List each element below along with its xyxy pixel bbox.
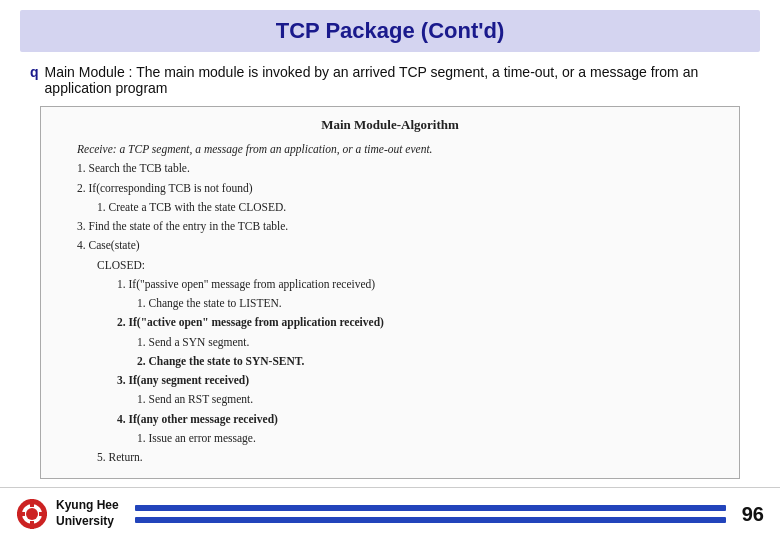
svg-rect-5 <box>17 512 25 516</box>
svg-rect-6 <box>39 512 47 516</box>
title-bar: TCP Package (Cont'd) <box>20 10 760 52</box>
svg-point-2 <box>26 508 38 520</box>
bar-top <box>135 505 726 511</box>
algorithm-title: Main Module-Algorithm <box>57 117 723 133</box>
university-logo <box>16 498 48 530</box>
footer-bars <box>135 505 726 523</box>
algo-line-7: 1. If("passive open" message from applic… <box>57 276 723 293</box>
algo-line-0: Receive: a TCP segment, a message from a… <box>57 141 723 158</box>
algo-line-4: 3. Find the state of the entry in the TC… <box>57 218 723 235</box>
algo-line-16: 5. Return. <box>57 449 723 466</box>
algo-line-12: 3. If(any segment received) <box>57 372 723 389</box>
algo-line-14: 4. If(any other message received) <box>57 411 723 428</box>
slide-title: TCP Package (Cont'd) <box>276 18 505 43</box>
bar-bottom <box>135 517 726 523</box>
intro-text-content: Main Module : The main module is invoked… <box>45 64 760 96</box>
logo-area: Kyung Hee University <box>16 498 119 530</box>
slide: TCP Package (Cont'd) q Main Module : The… <box>0 0 780 540</box>
algo-line-10: 1. Send a SYN segment. <box>57 334 723 351</box>
intro-section: q Main Module : The main module is invok… <box>20 64 760 96</box>
bullet-icon: q <box>30 64 39 80</box>
footer: Kyung Hee University 96 <box>0 488 780 540</box>
algo-line-11: 2. Change the state to SYN-SENT. <box>57 353 723 370</box>
algo-line-3: 1. Create a TCB with the state CLOSED. <box>57 199 723 216</box>
algo-line-9: 2. If("active open" message from applica… <box>57 314 723 331</box>
svg-rect-3 <box>30 499 34 507</box>
page-number: 96 <box>742 503 764 526</box>
algo-line-1: 1. Search the TCB table. <box>57 160 723 177</box>
algo-line-2: 2. If(corresponding TCB is not found) <box>57 180 723 197</box>
algo-line-8: 1. Change the state to LISTEN. <box>57 295 723 312</box>
svg-rect-4 <box>30 521 34 529</box>
algo-line-13: 1. Send an RST segment. <box>57 391 723 408</box>
university-name: Kyung Hee University <box>56 498 119 529</box>
algo-line-15: 1. Issue an error message. <box>57 430 723 447</box>
algo-line-6: CLOSED: <box>57 257 723 274</box>
algorithm-box: Main Module-Algorithm Receive: a TCP seg… <box>40 106 740 479</box>
algo-line-5: 4. Case(state) <box>57 237 723 254</box>
